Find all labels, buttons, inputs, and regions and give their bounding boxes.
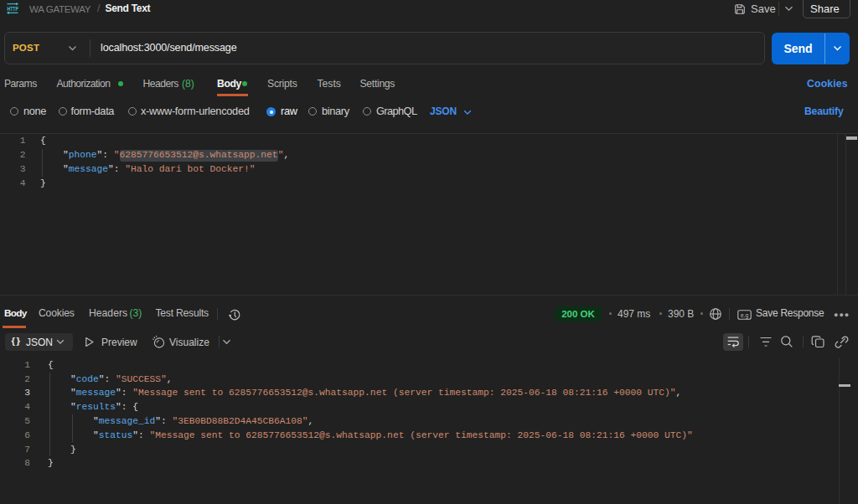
svg-text:HTTP: HTTP xyxy=(7,6,18,12)
svg-text:e.g: e.g xyxy=(741,311,748,318)
